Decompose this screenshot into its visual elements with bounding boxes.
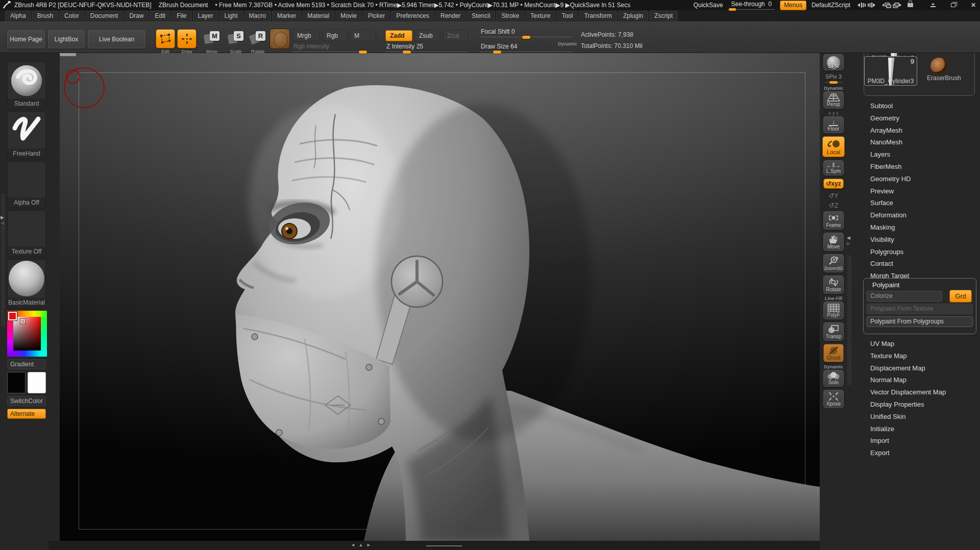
live-boolean-button[interactable]: Live Boolean xyxy=(88,30,145,48)
floor-button[interactable]: ↓ Floor xyxy=(823,116,844,133)
m-button[interactable]: M xyxy=(350,30,376,41)
color-picker[interactable] xyxy=(7,311,47,357)
zoom3d-button[interactable]: Zoom3D xyxy=(823,254,844,272)
tool-menu-unified-skin[interactable]: Unified Skin xyxy=(862,411,980,423)
solo-button[interactable]: Solo xyxy=(823,370,844,387)
hue-bar-bottom[interactable] xyxy=(13,351,41,357)
current-material-basicmaterial[interactable]: BasicMaterial xyxy=(7,259,46,308)
menu-file[interactable]: File xyxy=(172,11,191,21)
menus-button[interactable]: Menus xyxy=(780,1,806,10)
divider-toggle-icons[interactable] xyxy=(855,2,876,8)
see-through-handle[interactable] xyxy=(729,8,736,11)
tool-menu-uv-map[interactable]: UV Map xyxy=(862,338,980,350)
tool-menu-texture-map[interactable]: Texture Map xyxy=(862,350,980,362)
menu-edit[interactable]: Edit xyxy=(150,11,170,21)
restore-button[interactable] xyxy=(951,3,955,7)
current-color-swatch[interactable] xyxy=(8,312,17,320)
xpose-button[interactable]: Xpose xyxy=(823,390,844,408)
bpr-button[interactable]: BPR xyxy=(823,54,844,70)
tool-menu-import[interactable]: Import xyxy=(862,435,980,447)
tool-menu-polygroups[interactable]: Polygroups xyxy=(862,246,980,258)
rotate-z-button[interactable]: ↺Z xyxy=(829,202,839,209)
rotate-xyz-button[interactable]: ↺xyz xyxy=(823,179,844,189)
viewport-canvas[interactable] xyxy=(60,53,820,541)
tool-menu-normal-map[interactable]: Normal Map xyxy=(862,374,980,386)
see-through-slider[interactable]: See-through 0 xyxy=(728,1,774,10)
current-tool[interactable]: 9 PM3D_Cylinder3 xyxy=(864,56,917,86)
menu-render[interactable]: Render xyxy=(435,11,465,21)
saturation-value-square[interactable] xyxy=(13,317,41,351)
menu-document[interactable]: Document xyxy=(85,11,124,21)
menu-tool[interactable]: Tool xyxy=(556,11,578,21)
tool-menu-contact[interactable]: Contact xyxy=(862,258,980,270)
menu-zscript[interactable]: Zscript xyxy=(649,11,678,21)
minimize-button[interactable] xyxy=(930,3,936,7)
edit-button[interactable] xyxy=(156,29,175,48)
polypaint-title[interactable]: Polypaint xyxy=(867,281,973,289)
current-texture[interactable]: Texture Off xyxy=(7,210,46,257)
canvas-bottom-scrollbar[interactable] xyxy=(426,545,462,546)
tool-menu-masking[interactable]: Masking xyxy=(862,221,980,234)
menu-brush[interactable]: Brush xyxy=(32,11,58,21)
tool-menu-geometry[interactable]: Geometry xyxy=(862,112,980,124)
tool-menu-subtool[interactable]: Subtool xyxy=(862,100,980,112)
gradient-label[interactable]: Gradient xyxy=(7,359,46,369)
frame-button[interactable]: Frame xyxy=(823,211,844,230)
menu-alpha[interactable]: Alpha xyxy=(5,11,31,21)
tool-menu-nanomesh[interactable]: NanoMesh xyxy=(862,136,980,148)
scale-button[interactable]: S xyxy=(228,31,243,45)
color-marker[interactable] xyxy=(20,319,25,323)
current-brush-standard[interactable]: Standard xyxy=(7,61,46,109)
menu-light[interactable]: Light xyxy=(219,11,243,21)
polypaint-from-polygroups-button[interactable]: Polypaint From Polygroups xyxy=(867,316,973,327)
tool-menu-visibility[interactable]: Visibility xyxy=(862,234,980,246)
close-button[interactable]: ✕ xyxy=(971,2,976,9)
move-button[interactable]: M xyxy=(204,31,219,45)
menu-color[interactable]: Color xyxy=(59,11,84,21)
lock-icon[interactable] xyxy=(908,3,913,7)
left-divider-handle[interactable]: ▶◀ xyxy=(1,215,4,226)
main-color-swatch[interactable] xyxy=(7,372,26,393)
tool-menu-vector-displacement-map[interactable]: Vector Displacement Map xyxy=(862,386,980,398)
menu-picker[interactable]: Picker xyxy=(363,11,390,21)
default-zscript-button[interactable]: DefaultZScript xyxy=(812,2,850,9)
grd-button[interactable]: Grd xyxy=(949,290,972,303)
zadd-button[interactable]: Zadd xyxy=(385,30,412,41)
tool-menu-preview[interactable]: Preview xyxy=(862,185,980,197)
colorize-button[interactable]: Colorize xyxy=(867,291,942,302)
menu-stroke[interactable]: Stroke xyxy=(496,11,524,21)
zsub-button[interactable]: Zsub xyxy=(414,30,440,41)
lightbox-button[interactable]: LightBox xyxy=(48,30,85,48)
current-stroke-freehand[interactable]: FreeHand xyxy=(7,111,46,159)
rotate-view-button[interactable]: Rotate xyxy=(823,276,844,294)
right-divider-strip[interactable] xyxy=(847,255,851,385)
menu-material[interactable]: Material xyxy=(302,11,334,21)
eraserbrush-icon[interactable] xyxy=(930,58,948,74)
tool-menu-display-properties[interactable]: Display Properties xyxy=(862,398,980,411)
menu-preferences[interactable]: Preferences xyxy=(391,11,434,21)
canvas-bottom-handle[interactable]: ◄ ▲ ► xyxy=(351,542,372,547)
hue-bar-top[interactable] xyxy=(13,311,47,317)
menu-texture[interactable]: Texture xyxy=(525,11,555,21)
left-divider-strip[interactable] xyxy=(1,194,5,327)
alternate-button[interactable]: Alternate xyxy=(7,409,46,419)
local-button[interactable]: Local xyxy=(822,136,845,157)
tool-menu-layers[interactable]: Layers xyxy=(862,148,980,161)
menu-marker[interactable]: Marker xyxy=(272,11,301,21)
home-page-button[interactable]: Home Page xyxy=(7,30,45,48)
rgb-intensity-slider[interactable]: Rgb Intensity xyxy=(292,43,367,52)
tool-menu-export[interactable]: Export xyxy=(862,447,980,459)
menu-zplugin[interactable]: Zplugin xyxy=(618,11,648,21)
hue-bar-right[interactable] xyxy=(41,317,47,357)
ghost-button[interactable]: Ghost xyxy=(823,344,844,362)
tool-menu-displacement-map[interactable]: Displacement Map xyxy=(862,362,980,374)
rotate-button[interactable]: R xyxy=(250,31,265,45)
quicksave-button[interactable]: QuickSave xyxy=(693,2,723,9)
mrgb-button[interactable]: Mrgb xyxy=(292,30,320,41)
switchcolor-button[interactable]: SwitchColor xyxy=(7,396,46,406)
z-intensity-slider[interactable]: Z Intensity 25 xyxy=(385,43,468,52)
menu-macro[interactable]: Macro xyxy=(244,11,271,21)
rotate-y-button[interactable]: ↺Y xyxy=(828,192,839,199)
tool-menu-surface[interactable]: Surface xyxy=(862,197,980,209)
tool-menu-arraymesh[interactable]: ArrayMesh xyxy=(862,124,980,137)
